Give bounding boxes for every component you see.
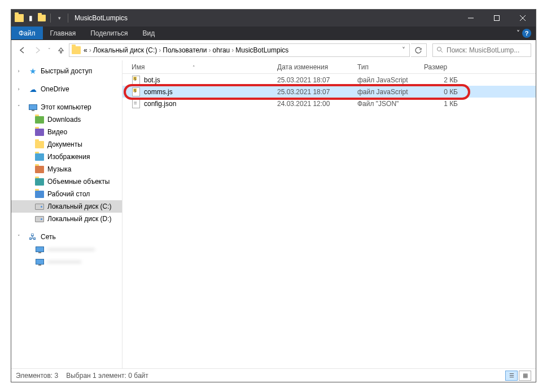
js-file-icon — [132, 76, 141, 85]
view-details-button[interactable]: ☰ — [505, 371, 518, 381]
computer-icon — [28, 103, 37, 112]
status-bar: Элементов: 3 Выбран 1 элемент: 0 байт ☰ … — [11, 368, 536, 382]
maximize-button[interactable] — [484, 10, 510, 27]
header-name[interactable]: Имя˄ — [132, 63, 277, 71]
minimize-button[interactable] — [458, 10, 484, 27]
sidebar-item-label: OneDrive — [41, 85, 69, 93]
tab-share[interactable]: Поделиться — [83, 27, 135, 39]
tab-file[interactable]: Файл — [11, 27, 43, 39]
expand-icon[interactable]: › — [16, 86, 21, 92]
file-type: файл JavaScript — [357, 76, 424, 84]
breadcrumb-seg-2[interactable]: ohrau — [211, 46, 232, 54]
cloud-icon: ☁ — [28, 85, 37, 94]
breadcrumb[interactable]: « › Локальный диск (C:) › Пользователи ›… — [69, 43, 410, 57]
sidebar-item-label: Локальный диск (C:) — [47, 202, 112, 210]
folder-icon — [35, 177, 44, 186]
ribbon-expand-icon[interactable]: ˅ — [517, 29, 520, 37]
sidebar-item-music[interactable]: Музыка — [11, 163, 122, 175]
file-type: файл JavaScript — [357, 88, 424, 96]
folder-icon — [35, 140, 44, 149]
sidebar-item-label: Видео — [47, 128, 67, 136]
collapse-icon[interactable]: ˅ — [16, 104, 21, 110]
header-type[interactable]: Тип — [357, 63, 424, 71]
sidebar-item-label: Локальный диск (D:) — [47, 215, 112, 223]
folder-icon — [35, 152, 44, 161]
search-box[interactable] — [432, 43, 531, 57]
sidebar-item-quickaccess[interactable]: ›★Быстрый доступ — [11, 65, 122, 77]
tab-view[interactable]: Вид — [135, 27, 162, 39]
sidebar-item-downloads[interactable]: Downloads — [11, 113, 122, 126]
network-icon: 🖧 — [28, 232, 37, 241]
file-date: 25.03.2021 18:07 — [277, 76, 357, 84]
sidebar-item-documents[interactable]: Документы — [11, 138, 122, 151]
drive-icon — [35, 214, 44, 223]
refresh-button[interactable] — [411, 43, 427, 57]
folder-icon — [35, 165, 44, 174]
sidebar-item-network[interactable]: ˅🖧Сеть — [11, 231, 122, 243]
file-date: 24.03.2021 12:00 — [277, 100, 357, 108]
breadcrumb-seg-1[interactable]: Пользователи — [161, 46, 208, 54]
help-icon[interactable]: ? — [522, 29, 531, 38]
tab-home[interactable]: Главная — [43, 27, 84, 39]
breadcrumb-overflow[interactable]: « — [82, 46, 89, 54]
breadcrumb-seg-3[interactable]: MusicBotLumpics — [234, 46, 290, 54]
sidebar-item-desktop[interactable]: Рабочий стол — [11, 188, 122, 200]
sidebar-item-label: Рабочий стол — [47, 190, 90, 198]
sidebar-item-thispc[interactable]: ˅Этот компьютер — [11, 101, 122, 113]
sidebar-item-label: ————— — [47, 258, 81, 266]
sidebar-item-network-pc[interactable]: ——————— — [11, 243, 122, 256]
sidebar-item-label: Сеть — [41, 233, 56, 241]
collapse-icon[interactable]: ˅ — [16, 234, 21, 240]
search-input[interactable] — [447, 46, 527, 54]
sidebar-item-network-pc[interactable]: ————— — [11, 256, 122, 268]
sidebar-item-label: Этот компьютер — [41, 103, 91, 111]
file-row[interactable]: config.json 24.03.2021 12:00 Файл "JSON"… — [122, 98, 536, 109]
header-size[interactable]: Размер — [424, 63, 463, 71]
close-button[interactable] — [510, 10, 536, 27]
computer-icon — [35, 245, 44, 254]
file-list-pane: Имя˄ Дата изменения Тип Размер bot.js 25… — [122, 60, 536, 368]
qat-properties-icon[interactable]: ▮ — [26, 14, 35, 23]
sidebar-item-pictures[interactable]: Изображения — [11, 151, 122, 163]
json-file-icon — [132, 99, 141, 108]
computer-icon — [35, 257, 44, 266]
expand-icon[interactable]: › — [16, 68, 21, 74]
sidebar-item-drive-c[interactable]: Локальный диск (C:) — [11, 200, 122, 213]
breadcrumb-folder-icon — [72, 46, 81, 54]
navigation-pane: ›★Быстрый доступ ›☁OneDrive ˅Этот компью… — [11, 60, 122, 368]
back-button[interactable] — [16, 43, 29, 57]
forward-button[interactable] — [30, 43, 44, 57]
sidebar-item-drive-d[interactable]: Локальный диск (D:) — [11, 213, 122, 225]
qat-newfolder-icon[interactable] — [37, 14, 46, 23]
sidebar-item-label: Быстрый доступ — [41, 67, 92, 75]
svg-line-5 — [441, 51, 443, 52]
up-button[interactable] — [54, 43, 68, 57]
file-type: Файл "JSON" — [357, 100, 424, 108]
svg-rect-1 — [495, 16, 500, 21]
address-dropdown-icon[interactable]: ˅ — [398, 46, 409, 54]
js-file-icon — [132, 87, 141, 96]
recent-dropdown-icon[interactable]: ˅ — [45, 43, 53, 57]
app-folder-icon — [15, 14, 24, 23]
sidebar-item-3dobjects[interactable]: Объемные объекты — [11, 175, 122, 188]
status-selection: Выбран 1 элемент: 0 байт — [66, 372, 148, 380]
qat-dropdown-icon[interactable]: ▾ — [55, 14, 64, 23]
window-title: MusicBotLumpics — [75, 14, 128, 22]
folder-icon — [35, 115, 44, 124]
view-largeicons-button[interactable]: ▦ — [519, 371, 531, 381]
header-date[interactable]: Дата изменения — [277, 63, 357, 71]
file-size: 0 КБ — [424, 88, 458, 96]
sidebar-item-label: Музыка — [47, 165, 71, 173]
folder-icon — [35, 127, 44, 136]
sidebar-item-label: Документы — [47, 140, 82, 148]
explorer-window: ▮ ▾ MusicBotLumpics Файл Главная Поделит… — [11, 9, 536, 382]
sidebar-item-onedrive[interactable]: ›☁OneDrive — [11, 83, 122, 95]
file-size: 1 КБ — [424, 100, 458, 108]
sidebar-item-videos[interactable]: Видео — [11, 126, 122, 138]
sidebar-item-label: Объемные объекты — [47, 178, 110, 186]
titlebar[interactable]: ▮ ▾ MusicBotLumpics — [11, 10, 536, 27]
breadcrumb-seg-0[interactable]: Локальный диск (C:) — [91, 46, 159, 54]
column-headers: Имя˄ Дата изменения Тип Размер — [122, 60, 536, 74]
file-row[interactable]: bot.js 25.03.2021 18:07 файл JavaScript … — [122, 74, 536, 86]
file-row[interactable]: comms.js 25.03.2021 18:07 файл JavaScrip… — [122, 86, 536, 98]
